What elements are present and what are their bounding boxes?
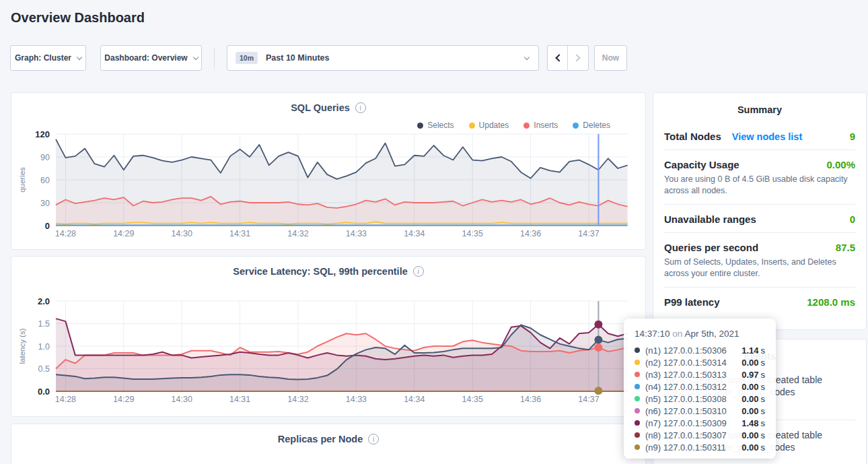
replicas-title-row: Replicas per Node i [11,434,645,444]
x-tick-label: 14:31 [229,395,250,404]
chevron-down-icon [524,54,530,59]
node-color-dot [635,420,640,426]
node-color-dot [635,408,640,413]
y-axis-label: latency (s) [18,328,26,364]
chart-title: Replicas per Node [278,434,363,444]
x-tick-label: 14:37 [578,229,599,238]
x-tick-label: 14:35 [462,229,483,238]
info-icon[interactable]: i [368,434,379,444]
tooltip-row: (n6) 127.0.0.1:503100.00s [635,405,765,417]
toolbar-divider [214,47,215,69]
graph-dropdown[interactable]: Graph: Cluster [10,45,86,71]
unavailable-label: Unavailable ranges [664,213,756,225]
x-tick-label: 14:33 [346,395,367,404]
tooltip-row: (n4) 127.0.0.1:503120.00s [635,380,765,393]
dashboard-dropdown[interactable]: Dashboard: Overview [100,45,202,71]
node-color-dot [635,384,640,389]
x-tick-label: 14:32 [287,229,308,238]
service-latency-chart-canvas: 0.00.51.01.52.014:2814:2914:3014:3114:32… [11,257,647,418]
replicas-chart-panel: Replicas per Node i [11,424,646,464]
y-tick-label: 1.5 [38,319,50,329]
x-tick-label: 14:30 [172,229,192,238]
y-axis-label: queries [18,167,26,193]
node-color-dot [635,360,640,365]
step-forward-button[interactable] [568,46,588,70]
crosshair-dot-n7 [594,321,602,329]
range-badge: 10m [236,52,258,64]
node-color-dot [635,432,640,438]
capacity-label: Capacity Usage [664,159,739,170]
y-tick-label: 0.0 [38,387,50,397]
crosshair-dot-n3 [594,343,602,352]
unavailable-value: 0 [850,213,855,225]
x-tick-label: 14:34 [404,395,425,404]
tooltip-row: (n2) 127.0.0.1:503140.00s [635,356,765,368]
x-tick-label: 14:33 [346,229,367,238]
chevron-right-icon [573,54,580,61]
y-tick-label: 1.0 [38,342,50,352]
x-tick-label: 14:30 [172,395,192,404]
y-tick-label: 60 [40,176,50,185]
tooltip-row: (n5) 127.0.0.1:503080.00s [635,393,765,405]
summary-row-p99: P99 latency 1208.0 ms [664,288,855,315]
x-tick-label: 14:29 [113,229,134,238]
x-tick-label: 14:29 [113,395,134,404]
summary-title: Summary [653,93,866,115]
node-color-dot [635,396,640,401]
x-tick-label: 14:28 [55,395,76,404]
total-nodes-label: Total Nodes [664,131,721,142]
crosshair-dot-n1 [594,336,602,344]
tooltip-rows: (n1) 127.0.0.1:503061.14s(n2) 127.0.0.1:… [635,344,765,453]
x-tick-label: 14:28 [55,229,76,238]
time-range-dropdown[interactable]: 10m Past 10 Minutes [227,45,539,71]
qps-subtext: Sum of Selects, Updates, Inserts, and De… [664,257,855,279]
now-button[interactable]: Now [594,45,627,71]
service-latency-chart-panel: Service Latency: SQL, 99th percentile i … [11,256,646,417]
tooltip-row: (n3) 127.0.0.1:503130.97s [635,368,765,380]
y-tick-label: 30 [40,199,50,208]
y-tick-label: 0.5 [38,364,50,374]
summary-row-qps: Queries per second 87.5 Sum of Selects, … [664,233,855,288]
x-tick-label: 14:37 [578,395,599,404]
tooltip-row: (n8) 127.0.0.1:503070.00s [635,429,765,441]
capacity-subtext: You are using 0 B of 4.5 GiB usable disk… [664,174,855,197]
p99-value: 1208.0 ms [807,296,855,308]
summary-panel: Summary Total Nodes View nodes list 9 Ca… [653,92,867,330]
x-tick-label: 14:35 [462,395,483,404]
p99-label: P99 latency [664,296,720,308]
x-tick-label: 14:36 [520,395,541,404]
x-tick-label: 14:32 [287,395,308,404]
y-tick-label: 90 [40,153,50,162]
x-tick-label: 14:36 [520,229,541,238]
qps-label: Queries per second [664,242,758,253]
page-title: Overview Dashboard [11,10,145,26]
tooltip-header: 14:37:10 on Apr 5th, 2021 [635,329,765,339]
summary-row-total-nodes: Total Nodes View nodes list 9 [664,122,855,150]
view-nodes-list-link[interactable]: View nodes list [732,131,803,142]
chevron-down-icon [192,54,198,59]
summary-row-capacity: Capacity Usage 0.00% You are using 0 B o… [664,150,855,205]
tooltip-row: (n1) 127.0.0.1:503061.14s [635,344,765,356]
qps-value: 87.5 [836,242,855,253]
tooltip-row: (n7) 127.0.0.1:503091.48s [635,417,765,429]
node-color-dot [635,347,640,353]
x-tick-label: 14:31 [229,229,250,238]
y-tick-label: 2.0 [38,296,50,306]
total-nodes-value: 9 [850,131,855,142]
step-back-button[interactable] [548,46,568,70]
chevron-left-icon [555,54,563,61]
chevron-down-icon [77,54,82,59]
x-tick-label: 14:34 [404,229,425,238]
time-step-buttons [547,45,589,71]
range-label: Past 10 Minutes [266,53,329,63]
node-color-dot [635,444,640,450]
tooltip-row: (n9) 127.0.0.1:503110.00s [635,441,765,453]
sql-queries-chart-panel: SQL Queries i SelectsUpdatesInsertsDelet… [11,92,646,250]
capacity-value: 0.00% [826,159,855,170]
node-color-dot [635,372,640,377]
sql-queries-chart-canvas: 030609012014:2814:2914:3014:3114:3214:33… [11,93,647,251]
summary-row-unavailable: Unavailable ranges 0 [664,205,855,233]
crosshair-dot-n9 [594,387,602,395]
chart-hover-tooltip: 14:37:10 on Apr 5th, 2021 (n1) 127.0.0.1… [624,319,776,459]
y-tick-label: 120 [35,129,50,139]
